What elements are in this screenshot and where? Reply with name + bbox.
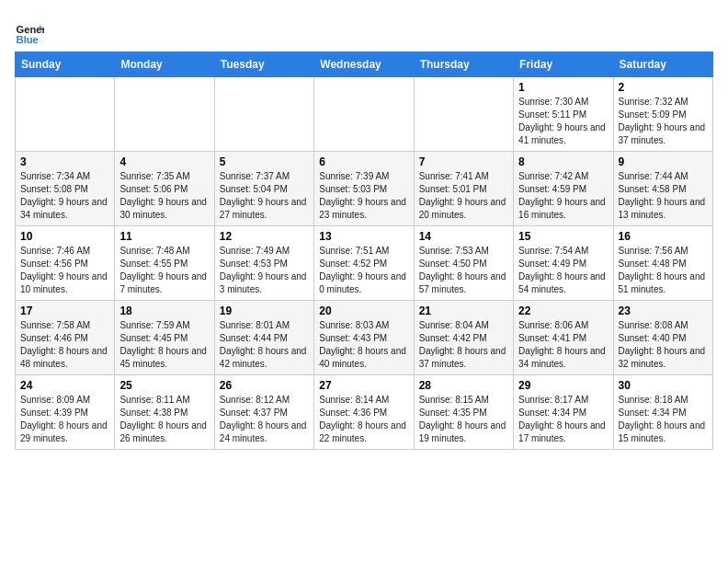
day-number: 6 bbox=[319, 155, 408, 168]
logo: General Blue bbox=[15, 18, 48, 48]
day-number: 1 bbox=[518, 81, 608, 94]
calendar-cell: 30Sunrise: 8:18 AM Sunset: 4:34 PM Dayli… bbox=[613, 375, 712, 450]
day-number: 16 bbox=[619, 230, 708, 243]
day-number: 9 bbox=[619, 155, 708, 168]
day-number: 22 bbox=[518, 304, 608, 317]
day-info: Sunrise: 8:03 AM Sunset: 4:43 PM Dayligh… bbox=[319, 319, 408, 371]
calendar-cell: 6Sunrise: 7:39 AM Sunset: 5:03 PM Daylig… bbox=[314, 152, 414, 226]
calendar-cell: 20Sunrise: 8:03 AM Sunset: 4:43 PM Dayli… bbox=[314, 301, 414, 375]
day-number: 25 bbox=[119, 379, 209, 392]
day-info: Sunrise: 8:04 AM Sunset: 4:42 PM Dayligh… bbox=[419, 319, 508, 371]
weekday-header-sunday: Sunday bbox=[16, 52, 115, 77]
calendar-cell: 17Sunrise: 7:58 AM Sunset: 4:46 PM Dayli… bbox=[16, 301, 115, 375]
weekday-header-saturday: Saturday bbox=[613, 52, 712, 77]
calendar-cell: 26Sunrise: 8:12 AM Sunset: 4:37 PM Dayli… bbox=[214, 375, 313, 450]
day-info: Sunrise: 7:32 AM Sunset: 5:09 PM Dayligh… bbox=[619, 96, 708, 147]
day-number: 15 bbox=[518, 230, 608, 243]
calendar-cell: 3Sunrise: 7:34 AM Sunset: 5:08 PM Daylig… bbox=[16, 152, 115, 226]
calendar-week-row: 10Sunrise: 7:46 AM Sunset: 4:56 PM Dayli… bbox=[16, 226, 713, 301]
day-info: Sunrise: 7:44 AM Sunset: 4:58 PM Dayligh… bbox=[619, 170, 708, 222]
calendar-cell: 16Sunrise: 7:56 AM Sunset: 4:48 PM Dayli… bbox=[613, 226, 712, 301]
logo-icon: General Blue bbox=[15, 18, 44, 48]
calendar-week-row: 17Sunrise: 7:58 AM Sunset: 4:46 PM Dayli… bbox=[16, 301, 713, 375]
day-info: Sunrise: 7:42 AM Sunset: 4:59 PM Dayligh… bbox=[518, 170, 608, 222]
calendar-table: SundayMondayTuesdayWednesdayThursdayFrid… bbox=[15, 52, 713, 450]
calendar-cell: 21Sunrise: 8:04 AM Sunset: 4:42 PM Dayli… bbox=[414, 301, 513, 375]
day-info: Sunrise: 8:06 AM Sunset: 4:41 PM Dayligh… bbox=[518, 319, 608, 371]
page-header: General Blue bbox=[15, 15, 713, 48]
day-info: Sunrise: 7:46 AM Sunset: 4:56 PM Dayligh… bbox=[20, 245, 109, 296]
day-info: Sunrise: 8:15 AM Sunset: 4:35 PM Dayligh… bbox=[419, 394, 508, 445]
day-number: 13 bbox=[319, 230, 408, 243]
svg-text:Blue: Blue bbox=[17, 34, 39, 45]
day-info: Sunrise: 8:09 AM Sunset: 4:39 PM Dayligh… bbox=[20, 394, 109, 445]
weekday-header-friday: Friday bbox=[514, 52, 613, 77]
day-info: Sunrise: 7:53 AM Sunset: 4:50 PM Dayligh… bbox=[419, 245, 508, 296]
day-number: 28 bbox=[419, 379, 508, 392]
calendar-cell: 12Sunrise: 7:49 AM Sunset: 4:53 PM Dayli… bbox=[214, 226, 313, 301]
day-number: 23 bbox=[619, 304, 708, 317]
calendar-week-row: 1Sunrise: 7:30 AM Sunset: 5:11 PM Daylig… bbox=[16, 77, 713, 152]
day-info: Sunrise: 8:12 AM Sunset: 4:37 PM Dayligh… bbox=[220, 394, 309, 445]
calendar-cell: 11Sunrise: 7:48 AM Sunset: 4:55 PM Dayli… bbox=[115, 226, 214, 301]
day-number: 21 bbox=[419, 304, 508, 317]
calendar-cell: 8Sunrise: 7:42 AM Sunset: 4:59 PM Daylig… bbox=[514, 152, 613, 226]
day-info: Sunrise: 8:01 AM Sunset: 4:44 PM Dayligh… bbox=[220, 319, 309, 371]
weekday-header-tuesday: Tuesday bbox=[214, 52, 313, 77]
day-number: 10 bbox=[20, 230, 109, 243]
calendar-cell: 4Sunrise: 7:35 AM Sunset: 5:06 PM Daylig… bbox=[115, 152, 214, 226]
calendar-cell bbox=[414, 77, 513, 152]
calendar-week-row: 3Sunrise: 7:34 AM Sunset: 5:08 PM Daylig… bbox=[16, 152, 713, 226]
calendar-cell: 10Sunrise: 7:46 AM Sunset: 4:56 PM Dayli… bbox=[16, 226, 115, 301]
day-info: Sunrise: 7:39 AM Sunset: 5:03 PM Dayligh… bbox=[319, 170, 408, 222]
calendar-cell: 1Sunrise: 7:30 AM Sunset: 5:11 PM Daylig… bbox=[514, 77, 613, 152]
day-info: Sunrise: 7:51 AM Sunset: 4:52 PM Dayligh… bbox=[319, 245, 408, 296]
calendar-cell: 23Sunrise: 8:08 AM Sunset: 4:40 PM Dayli… bbox=[613, 301, 712, 375]
calendar-cell: 22Sunrise: 8:06 AM Sunset: 4:41 PM Dayli… bbox=[514, 301, 613, 375]
day-number: 7 bbox=[419, 155, 508, 168]
calendar-cell bbox=[314, 77, 414, 152]
calendar-cell: 18Sunrise: 7:59 AM Sunset: 4:45 PM Dayli… bbox=[115, 301, 214, 375]
day-info: Sunrise: 8:11 AM Sunset: 4:38 PM Dayligh… bbox=[119, 394, 209, 445]
calendar-cell bbox=[16, 77, 115, 152]
day-info: Sunrise: 7:35 AM Sunset: 5:06 PM Dayligh… bbox=[119, 170, 209, 222]
day-number: 30 bbox=[619, 379, 708, 392]
day-info: Sunrise: 7:54 AM Sunset: 4:49 PM Dayligh… bbox=[518, 245, 608, 296]
day-number: 5 bbox=[220, 155, 309, 168]
calendar-cell: 27Sunrise: 8:14 AM Sunset: 4:36 PM Dayli… bbox=[314, 375, 414, 450]
calendar-cell: 15Sunrise: 7:54 AM Sunset: 4:49 PM Dayli… bbox=[514, 226, 613, 301]
day-info: Sunrise: 7:56 AM Sunset: 4:48 PM Dayligh… bbox=[619, 245, 708, 296]
day-info: Sunrise: 7:48 AM Sunset: 4:55 PM Dayligh… bbox=[119, 245, 209, 296]
calendar-cell: 24Sunrise: 8:09 AM Sunset: 4:39 PM Dayli… bbox=[16, 375, 115, 450]
calendar-cell: 28Sunrise: 8:15 AM Sunset: 4:35 PM Dayli… bbox=[414, 375, 513, 450]
weekday-header-thursday: Thursday bbox=[414, 52, 513, 77]
day-number: 8 bbox=[518, 155, 608, 168]
day-number: 12 bbox=[220, 230, 309, 243]
day-info: Sunrise: 7:34 AM Sunset: 5:08 PM Dayligh… bbox=[20, 170, 109, 222]
calendar-cell: 19Sunrise: 8:01 AM Sunset: 4:44 PM Dayli… bbox=[214, 301, 313, 375]
day-info: Sunrise: 7:59 AM Sunset: 4:45 PM Dayligh… bbox=[119, 319, 209, 371]
calendar-cell: 5Sunrise: 7:37 AM Sunset: 5:04 PM Daylig… bbox=[214, 152, 313, 226]
day-info: Sunrise: 7:30 AM Sunset: 5:11 PM Dayligh… bbox=[518, 96, 608, 147]
weekday-header-monday: Monday bbox=[115, 52, 214, 77]
day-info: Sunrise: 8:14 AM Sunset: 4:36 PM Dayligh… bbox=[319, 394, 408, 445]
day-info: Sunrise: 7:49 AM Sunset: 4:53 PM Dayligh… bbox=[220, 245, 309, 296]
calendar-cell bbox=[214, 77, 313, 152]
weekday-header-wednesday: Wednesday bbox=[314, 52, 414, 77]
day-info: Sunrise: 8:18 AM Sunset: 4:34 PM Dayligh… bbox=[619, 394, 708, 445]
day-number: 20 bbox=[319, 304, 408, 317]
day-number: 24 bbox=[20, 379, 109, 392]
day-number: 4 bbox=[119, 155, 209, 168]
day-number: 17 bbox=[20, 304, 109, 317]
day-number: 19 bbox=[220, 304, 309, 317]
calendar-cell bbox=[115, 77, 214, 152]
day-info: Sunrise: 7:37 AM Sunset: 5:04 PM Dayligh… bbox=[220, 170, 309, 222]
day-number: 3 bbox=[20, 155, 109, 168]
calendar-header-row: SundayMondayTuesdayWednesdayThursdayFrid… bbox=[16, 52, 713, 77]
calendar-cell: 2Sunrise: 7:32 AM Sunset: 5:09 PM Daylig… bbox=[613, 77, 712, 152]
day-number: 11 bbox=[119, 230, 209, 243]
day-number: 29 bbox=[518, 379, 608, 392]
calendar-cell: 25Sunrise: 8:11 AM Sunset: 4:38 PM Dayli… bbox=[115, 375, 214, 450]
day-number: 2 bbox=[619, 81, 708, 94]
calendar-cell: 29Sunrise: 8:17 AM Sunset: 4:34 PM Dayli… bbox=[514, 375, 613, 450]
